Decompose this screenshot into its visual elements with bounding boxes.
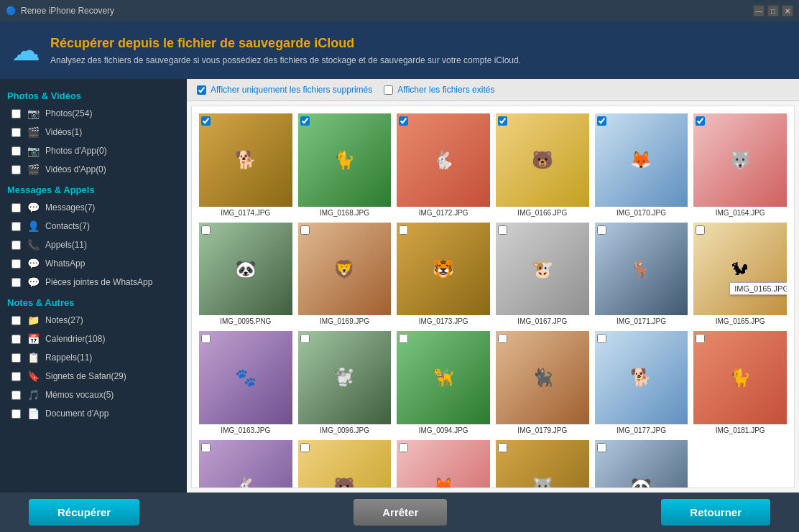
sidebar-item-whatsapp-attachments[interactable]: 💬 Pièces jointes de WhatsApp (0, 273, 187, 291)
sidebar-item-app-videos[interactable]: 🎬 Vidéos d'App(0) (0, 160, 187, 179)
photo-checkbox[interactable] (300, 116, 310, 126)
checkbox-calls[interactable] (11, 241, 21, 250)
recover-button[interactable]: Récupérer (29, 499, 139, 526)
photo-checkbox[interactable] (399, 334, 408, 343)
photo-item[interactable]: 🐯IMG_0173.JPG (397, 223, 490, 326)
photo-item[interactable]: 🐼IMG_0180.JPG (595, 440, 688, 488)
photo-item[interactable]: 🦊IMG_0170.JPG (595, 113, 688, 217)
photo-checkbox[interactable] (696, 334, 705, 343)
sidebar-item-app-photos[interactable]: 📷 Photos d'App(0) (0, 141, 187, 160)
whatsapp-label: WhatsApp (45, 258, 85, 269)
sidebar-item-calls[interactable]: 📞 Appels(11) (0, 235, 187, 254)
photo-item[interactable]: 🐕IMG_0174.JPG (199, 113, 292, 217)
photo-checkbox[interactable] (597, 116, 606, 126)
checkbox-videos[interactable] (11, 128, 21, 137)
sidebar-item-calendar[interactable]: 📅 Calendrier(108) (0, 330, 187, 348)
whatsapp-attachments-label: Pièces jointes de WhatsApp (45, 277, 152, 287)
photo-item[interactable]: 🐩IMG_0096.JPG (298, 331, 392, 434)
photo-item[interactable]: 🐇IMG_0175.JPG (199, 440, 292, 488)
filter-exited-label[interactable]: Afficher les fichiers exités (384, 85, 494, 95)
checkbox-whatsapp-attachments[interactable] (11, 278, 21, 287)
filter-exited-checkbox[interactable] (384, 85, 393, 95)
photo-item[interactable]: 🐾IMG_0163.JPG (199, 331, 292, 434)
photo-item[interactable]: 🦮IMG_0094.JPG (397, 331, 490, 434)
calendar-icon: 📅 (27, 332, 40, 345)
filter-deleted-checkbox[interactable] (197, 85, 206, 95)
photo-item[interactable]: 🐈‍⬛IMG_0179.JPG (496, 331, 589, 434)
checkbox-safari[interactable] (11, 372, 21, 381)
header: ☁ Récupérer depuis le fichier de sauvega… (0, 22, 799, 79)
photo-checkbox[interactable] (399, 443, 408, 452)
checkbox-contacts[interactable] (11, 222, 21, 231)
photo-checkbox[interactable] (597, 334, 606, 343)
photo-checkbox[interactable] (597, 443, 606, 452)
photo-checkbox[interactable] (300, 334, 310, 343)
sidebar-item-contacts[interactable]: 👤 Contacts(7) (0, 217, 187, 235)
sidebar-item-photos[interactable]: 📷 Photos(254) (0, 104, 187, 123)
photo-checkbox[interactable] (300, 225, 310, 235)
photo-item[interactable]: 🐺IMG_0164.JPG (693, 113, 787, 217)
photo-item[interactable]: 🦊IMG_0182.JPG (397, 440, 490, 488)
checkbox-whatsapp[interactable] (11, 259, 21, 269)
checkbox-messages[interactable] (11, 203, 21, 213)
checkbox-voice-memos[interactable] (11, 391, 21, 400)
filter-deleted-label[interactable]: Afficher uniquement les fichiers supprim… (197, 85, 372, 95)
photo-item[interactable]: 🦁IMG_0169.JPG (298, 223, 392, 326)
sidebar-item-voice-memos[interactable]: 🎵 Mémos vocaux(5) (0, 386, 187, 404)
sidebar-section-messages: Messages & Appels (0, 179, 187, 198)
photo-checkbox[interactable] (498, 225, 507, 235)
checkbox-reminders[interactable] (11, 353, 21, 363)
photo-name: IMG_0173.JPG (419, 317, 468, 325)
photo-item[interactable]: 🐿IMG_0165.JPGIMG_0165.JPG (693, 223, 787, 326)
photo-item[interactable]: 🐇IMG_0172.JPG (397, 113, 490, 217)
checkbox-photos[interactable] (11, 109, 21, 118)
checkbox-app-videos[interactable] (11, 165, 21, 174)
minimize-button[interactable]: — (753, 5, 765, 17)
sidebar-item-whatsapp[interactable]: 💬 WhatsApp (0, 254, 187, 273)
photo-name: IMG_0163.JPG (221, 426, 270, 434)
sidebar-item-app-document[interactable]: 📄 Document d'App (0, 404, 187, 423)
sidebar-section-notes: Notes & Autres (0, 291, 187, 311)
photo-item[interactable]: 🐼IMG_0095.PNG (199, 223, 292, 326)
photo-item[interactable]: 🐈IMG_0168.JPG (298, 113, 392, 217)
photo-item[interactable]: 🦌IMG_0171.JPG (595, 223, 688, 326)
photo-checkbox[interactable] (201, 116, 211, 126)
sidebar-item-safari[interactable]: 🔖 Signets de Safari(29) (0, 367, 187, 386)
photo-checkbox[interactable] (201, 334, 211, 343)
photo-checkbox[interactable] (300, 443, 310, 452)
sidebar-item-messages[interactable]: 💬 Messages(7) (0, 198, 187, 217)
sidebar-item-reminders[interactable]: 📋 Rappels(11) (0, 348, 187, 367)
sidebar-item-notes[interactable]: 📁 Notes(27) (0, 311, 187, 330)
photo-checkbox[interactable] (201, 225, 211, 235)
photo-item[interactable]: 🐻IMG_0166.JPG (496, 113, 589, 217)
sidebar-item-videos[interactable]: 🎬 Vidéos(1) (0, 123, 187, 141)
checkbox-app-document[interactable] (11, 409, 21, 419)
photo-checkbox[interactable] (399, 225, 408, 235)
photo-checkbox[interactable] (201, 443, 211, 452)
photo-checkbox[interactable] (399, 116, 408, 126)
photo-checkbox[interactable] (696, 116, 705, 126)
photo-checkbox[interactable] (498, 116, 507, 126)
checkbox-calendar[interactable] (11, 335, 21, 344)
photo-item[interactable]: 🐺IMG_0176.JPG (496, 440, 589, 488)
photo-checkbox[interactable] (597, 225, 606, 235)
checkbox-notes[interactable] (11, 316, 21, 325)
photo-item[interactable]: 🐕IMG_0177.JPG (595, 331, 688, 434)
checkbox-app-photos[interactable] (11, 146, 21, 156)
videos-icon: 🎬 (27, 126, 40, 139)
photo-item[interactable]: 🐈IMG_0181.JPG (693, 331, 787, 434)
photo-item[interactable]: 🐮IMG_0167.JPG (496, 223, 589, 326)
close-button[interactable]: ✕ (782, 5, 793, 17)
maximize-button[interactable]: □ (767, 5, 779, 17)
reminders-icon: 📋 (27, 351, 40, 364)
back-button[interactable]: Retourner (661, 499, 770, 526)
photo-item[interactable]: 🐻IMG_0178.JPG (298, 440, 392, 488)
photo-checkbox[interactable] (498, 334, 507, 343)
calendar-label: Calendrier(108) (45, 334, 105, 344)
messages-label: Messages(7) (45, 202, 95, 213)
stop-button[interactable]: Arrêter (354, 499, 447, 526)
photo-checkbox[interactable] (696, 225, 705, 235)
photo-checkbox[interactable] (498, 443, 507, 452)
notes-label: Notes(27) (45, 315, 83, 325)
photo-name: IMG_0170.JPG (616, 209, 666, 217)
